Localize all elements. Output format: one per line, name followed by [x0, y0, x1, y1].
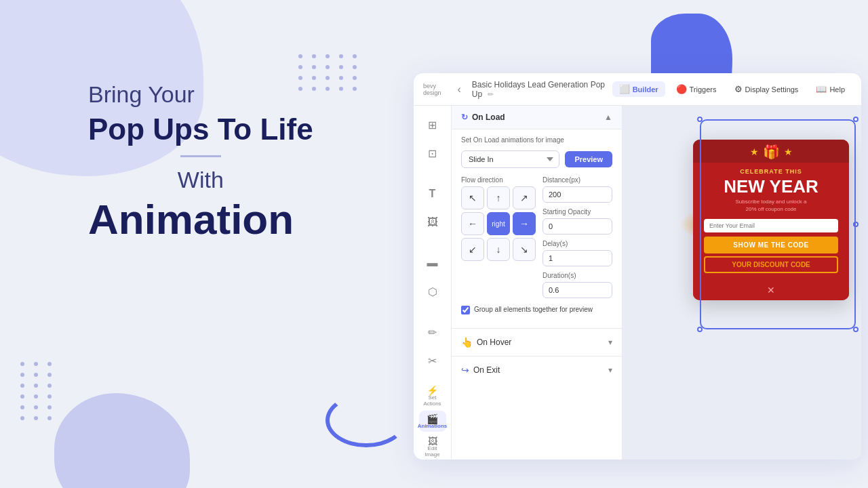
- logo-text: bevy: [423, 83, 441, 89]
- refresh-icon: ↻: [461, 113, 468, 122]
- nav-back-button[interactable]: ‹: [454, 82, 465, 97]
- popup-close-icon[interactable]: ✕: [767, 285, 775, 296]
- on-hover-section: 👆 On Hover ▾: [452, 328, 622, 356]
- left-hero-content: Bring Your Pop Ups To Life With Animatio…: [88, 81, 313, 241]
- dir-btn-top-left[interactable]: ↖: [461, 186, 484, 209]
- direction-grid: ↖ ↑ ↗ ← right → ↙ ↓ ↘: [461, 186, 536, 261]
- animation-select-row: None Slide In Fade In Bounce Rotate Zoom…: [461, 150, 612, 168]
- direction-distance-row: Flow direction ↖ ↑ ↗ ← right → ↙ ↓ ↘: [461, 176, 612, 298]
- handle-bottom-right[interactable]: [853, 327, 859, 332]
- group-checkbox-label: Group all elements together for preview: [474, 305, 593, 314]
- animation-type-select[interactable]: None Slide In Fade In Bounce Rotate Zoom: [461, 150, 559, 168]
- on-hover-chevron[interactable]: ▾: [608, 338, 612, 347]
- animation-panel: ↻ On Load ▲ Set On Load animations for i…: [452, 106, 623, 460]
- flow-direction-group: Flow direction ↖ ↑ ↗ ← right → ↙ ↓ ↘: [461, 176, 536, 298]
- on-hover-header[interactable]: 👆 On Hover ▾: [452, 329, 622, 356]
- toolbar-group-4: ✏ ✂: [414, 319, 451, 374]
- popup-main: CELEBRATE THIS NEW YEAR Subscribe today …: [693, 163, 849, 280]
- email-input[interactable]: [704, 219, 838, 232]
- tagline-line1: Bring Your: [88, 81, 313, 108]
- popup-close-area: ✕: [693, 280, 849, 300]
- app-logo: bevy design: [423, 83, 441, 96]
- handle-mid-right[interactable]: [853, 222, 859, 227]
- bg-curve-decoration: [326, 393, 407, 447]
- on-hover-icon: 👆: [461, 337, 473, 348]
- editor-body: ⊞ ⊡ T 🖼 ▬ ⬡ ✏ ✂ ⚡ Set Actions: [414, 106, 861, 460]
- show-code-button[interactable]: SHOW ME THE CODE: [704, 237, 838, 253]
- new-year-title: NEW YEAR: [704, 178, 838, 195]
- topbar-actions: ⬜ Builder 🔴 Triggers ⚙ Display Settings …: [612, 81, 852, 97]
- star-right: ★: [784, 146, 793, 157]
- toolbar-group-3: ▬ ⬡: [414, 249, 451, 305]
- canvas-area: ↻ On Load ▲ Set On Load animations for i…: [452, 106, 861, 460]
- dir-btn-up[interactable]: ↑: [487, 186, 510, 209]
- set-actions-button[interactable]: ⚡ Set Actions: [419, 382, 446, 409]
- triggers-tab[interactable]: 🔴 Triggers: [669, 81, 724, 97]
- dir-btn-left[interactable]: ←: [461, 212, 484, 235]
- toolbar-group-actions: ⚡ Set Actions 🎬 Animations 🖼 Edit Image: [414, 382, 451, 460]
- on-exit-icon: ↪: [461, 365, 469, 375]
- group-checkbox[interactable]: [461, 306, 470, 314]
- flow-direction-label: Flow direction: [461, 176, 536, 184]
- duration-input[interactable]: [542, 282, 612, 298]
- preview-animation-button[interactable]: Preview: [565, 151, 612, 167]
- builder-tab[interactable]: ⬜ Builder: [612, 81, 665, 97]
- edit-title-icon[interactable]: ✏: [488, 90, 494, 98]
- starting-opacity-label: Starting Opacity: [542, 208, 612, 216]
- tagline-line3: With: [88, 167, 313, 193]
- animations-button[interactable]: 🎬 Animations: [419, 411, 446, 432]
- hero-divider: [180, 155, 221, 157]
- on-hover-title: On Hover: [477, 338, 511, 347]
- toolbar-shape[interactable]: ⊡: [419, 140, 446, 167]
- left-toolbar: ⊞ ⊡ T 🖼 ▬ ⬡ ✏ ✂ ⚡ Set Actions: [414, 106, 452, 460]
- popup-top-banner: ★ 🎁 ★: [693, 140, 849, 163]
- dir-btn-right-center[interactable]: right: [487, 212, 510, 235]
- toolbar-crop[interactable]: ✂: [419, 347, 446, 374]
- dir-btn-bottom-left[interactable]: ↙: [461, 238, 484, 261]
- discount-code-button[interactable]: YOUR DISCOUNT CODE: [704, 256, 838, 273]
- edit-image-button[interactable]: 🖼 Edit Image: [419, 433, 446, 460]
- on-hover-header-left: 👆 On Hover: [461, 337, 511, 348]
- group-checkbox-row: Group all elements together for preview: [461, 305, 612, 314]
- dir-btn-down[interactable]: ↓: [487, 238, 510, 261]
- celebrate-text: CELEBRATE THIS: [704, 168, 838, 175]
- toolbar-video[interactable]: ▬: [419, 249, 446, 277]
- animations-label: Animations: [418, 423, 448, 429]
- on-exit-header[interactable]: ↪ On Exit ▾: [452, 357, 622, 384]
- display-settings-icon: ⚙: [734, 84, 743, 94]
- handle-top-right[interactable]: [853, 117, 859, 122]
- tagline-line4: Animation: [88, 199, 313, 241]
- starting-opacity-input[interactable]: [542, 218, 612, 235]
- popup-preview-container: ★ 🎁 ★ CELEBRATE THIS NEW YEAR Subscribe …: [700, 119, 856, 329]
- builder-icon: ⬜: [619, 84, 630, 94]
- toolbar-icon[interactable]: ⬡: [419, 278, 446, 305]
- help-tab[interactable]: 📖 Help: [809, 81, 852, 97]
- handle-top-left[interactable]: [697, 117, 703, 122]
- editor-title: Basic Holidays Lead Generation Pop Up ✏: [472, 80, 606, 99]
- help-icon: 📖: [816, 84, 827, 94]
- on-load-panel-body: Set On Load animations for image None Sl…: [452, 129, 622, 328]
- display-settings-tab[interactable]: ⚙ Display Settings: [728, 81, 806, 97]
- subscribe-text: Subscribe today and unlock a20% off coup…: [704, 198, 838, 213]
- toolbar-image[interactable]: 🖼: [419, 209, 446, 236]
- toolbar-text[interactable]: T: [419, 180, 446, 207]
- on-load-header-left: ↻ On Load: [461, 113, 505, 122]
- distance-input[interactable]: [542, 186, 612, 203]
- distance-label: Distance(px): [542, 176, 612, 184]
- on-load-chevron[interactable]: ▲: [604, 113, 612, 122]
- toolbar-layout[interactable]: ⊞: [419, 111, 446, 138]
- popup-preview: ★ 🎁 ★ CELEBRATE THIS NEW YEAR Subscribe …: [693, 140, 849, 300]
- on-exit-chevron[interactable]: ▾: [608, 365, 612, 375]
- triggers-icon: 🔴: [676, 84, 687, 94]
- tagline-line2: Pop Ups To Life: [88, 113, 313, 146]
- gift-icon: 🎁: [763, 144, 780, 160]
- dir-btn-bottom-right[interactable]: ↘: [513, 238, 536, 261]
- bg-blob-2: [54, 393, 190, 488]
- dir-btn-right[interactable]: →: [513, 212, 536, 235]
- dots-decoration-bottom: [20, 362, 54, 420]
- on-exit-title: On Exit: [473, 365, 500, 375]
- toolbar-draw[interactable]: ✏: [419, 319, 446, 346]
- delay-input[interactable]: [542, 250, 612, 266]
- handle-bottom-left[interactable]: [697, 327, 703, 332]
- dir-btn-top-right[interactable]: ↗: [513, 186, 536, 209]
